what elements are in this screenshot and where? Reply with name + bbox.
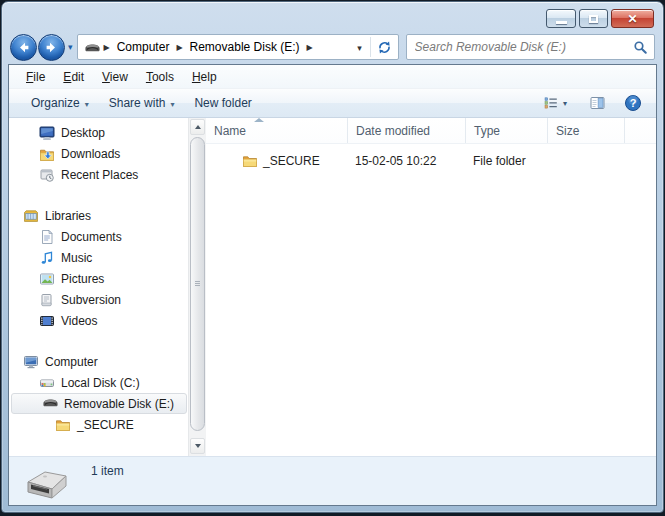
toolbar-organize-button[interactable]: Organize▾ [21, 92, 99, 114]
breadcrumb-computer[interactable]: Computer [113, 36, 174, 58]
sidebar-item-removable-disk-e[interactable]: Removable Disk (E:) [11, 393, 187, 414]
navigation-bar: ▾ ▶Computer▶Removable Disk (E:)▶ ▾ [10, 33, 655, 61]
column-header-date-modified[interactable]: Date modified [348, 118, 466, 143]
triangle-up-icon [195, 125, 201, 129]
music-icon [39, 250, 55, 266]
sidebar-item-documents[interactable]: Documents [9, 226, 188, 247]
forward-button[interactable] [38, 34, 65, 61]
menu-help[interactable]: Help [183, 67, 226, 87]
sidebar-item-secure[interactable]: _SECURE [9, 414, 188, 435]
sidebar-item-recent-places[interactable]: Recent Places [9, 164, 188, 185]
navigation-pane: DesktopDownloadsRecent PlacesLibrariesDo… [9, 118, 188, 456]
sidebar-item-desktop[interactable]: Desktop [9, 122, 188, 143]
sidebar-item-label: Removable Disk (E:) [64, 397, 174, 411]
search-input[interactable] [415, 40, 633, 54]
search-box [406, 34, 655, 60]
help-icon: ? [624, 94, 642, 112]
sidebar-item-downloads[interactable]: Downloads [9, 143, 188, 164]
item-count-label: 1 item [91, 464, 124, 478]
chevron-down-icon: ▾ [563, 99, 567, 108]
chevron-right-icon: ▶ [173, 43, 185, 52]
tree-section: ComputerLocal Disk (C:)Removable Disk (E… [9, 351, 188, 435]
subversion-icon [39, 292, 55, 308]
sidebar-item-local-disk-c[interactable]: Local Disk (C:) [9, 372, 188, 393]
documents-icon [39, 229, 55, 245]
toolbar-buttons: Organize▾Share with▾New folder [21, 92, 262, 114]
chevron-right-icon: ▶ [101, 43, 113, 52]
window-controls: ✕ [543, 9, 654, 28]
address-bar[interactable]: ▶Computer▶Removable Disk (E:)▶ ▾ [77, 34, 399, 60]
libraries-icon [23, 208, 39, 224]
client-area: FileEditViewToolsHelp Organize▾Share wit… [8, 64, 657, 506]
sidebar-item-label: Downloads [61, 147, 120, 161]
maximize-button[interactable] [579, 9, 608, 28]
file-row-secure[interactable]: _SECURE15-02-05 10:22File folder [206, 150, 656, 172]
column-header-size[interactable]: Size [548, 118, 625, 143]
scroll-down-button[interactable] [190, 438, 205, 454]
forward-arrow-icon [44, 40, 59, 55]
menu-view[interactable]: View [93, 67, 137, 87]
close-icon: ✕ [627, 13, 637, 25]
back-button[interactable] [10, 34, 37, 61]
sidebar-item-label: Computer [45, 355, 98, 369]
date-modified-cell: 15-02-05 10:22 [348, 154, 466, 168]
sidebar-item-pictures[interactable]: Pictures [9, 268, 188, 289]
maximize-icon [589, 15, 598, 23]
pictures-icon [39, 271, 55, 287]
breadcrumb: ▶Computer▶Removable Disk (E:)▶ [78, 36, 350, 58]
chevron-down-icon: ▾ [170, 100, 174, 109]
explorer-window: ✕ ▾ ▶Computer▶Removable Disk (E:)▶ ▾ Fil… [0, 0, 665, 516]
breadcrumb-removable-disk-e[interactable]: Removable Disk (E:) [186, 36, 304, 58]
toolbar-new-folder-button[interactable]: New folder [184, 92, 261, 114]
recent-places-icon [39, 167, 55, 183]
triangle-down-icon [195, 444, 201, 448]
sidebar-item-label: Libraries [45, 209, 91, 223]
sidebar-item-label: _SECURE [77, 418, 134, 432]
sidebar-item-subversion[interactable]: Subversion [9, 289, 188, 310]
minimize-icon [556, 21, 567, 24]
history-dropdown-button[interactable]: ▾ [68, 42, 73, 52]
sidebar-item-label: Videos [61, 314, 97, 328]
column-header-type[interactable]: Type [466, 118, 548, 143]
sidebar-item-libraries[interactable]: Libraries [9, 205, 188, 226]
column-header-filler [625, 118, 656, 143]
sidebar-item-label: Pictures [61, 272, 104, 286]
sidebar-item-computer[interactable]: Computer [9, 351, 188, 372]
sort-ascending-icon [254, 118, 264, 122]
sidebar-item-label: Subversion [61, 293, 121, 307]
magnifier-icon[interactable] [633, 40, 648, 55]
window-frame: ✕ ▾ ▶Computer▶Removable Disk (E:)▶ ▾ Fil… [1, 1, 664, 513]
views-button[interactable]: ▾ [539, 92, 571, 114]
preview-pane-button[interactable] [585, 92, 610, 114]
scrollbar-thumb[interactable] [190, 137, 205, 431]
menu-tools[interactable]: Tools [137, 67, 183, 87]
local-disk-icon [39, 375, 55, 391]
toolbar-share-with-button[interactable]: Share with▾ [99, 92, 185, 114]
file-list: NameDate modifiedTypeSize _SECURE15-02-0… [206, 118, 656, 456]
menu-file[interactable]: File [17, 67, 54, 87]
minimize-button[interactable] [546, 9, 576, 28]
file-name-label: _SECURE [263, 154, 320, 168]
close-button[interactable]: ✕ [611, 9, 654, 28]
computer-icon [23, 354, 39, 370]
sidebar-scrollbar[interactable] [188, 118, 206, 456]
views-icon [543, 95, 559, 111]
status-bar: 1 item [9, 456, 656, 505]
file-name-cell: _SECURE [206, 153, 348, 169]
type-cell: File folder [466, 154, 548, 168]
chevron-down-icon: ▾ [85, 100, 89, 109]
tree-section: DesktopDownloadsRecent Places [9, 122, 188, 185]
sidebar-item-label: Music [61, 251, 92, 265]
sidebar-item-music[interactable]: Music [9, 247, 188, 268]
column-header-name[interactable]: Name [206, 118, 348, 143]
grip-icon [195, 281, 200, 287]
desktop-icon [39, 125, 55, 141]
help-button[interactable]: ? [620, 91, 646, 115]
menu-edit[interactable]: Edit [54, 67, 93, 87]
address-dropdown-button[interactable]: ▾ [350, 35, 370, 59]
sidebar-item-videos[interactable]: Videos [9, 310, 188, 331]
refresh-button[interactable] [371, 35, 398, 59]
downloads-icon [39, 146, 55, 162]
menu-bar: FileEditViewToolsHelp [9, 65, 656, 89]
scroll-up-button[interactable] [190, 119, 205, 135]
